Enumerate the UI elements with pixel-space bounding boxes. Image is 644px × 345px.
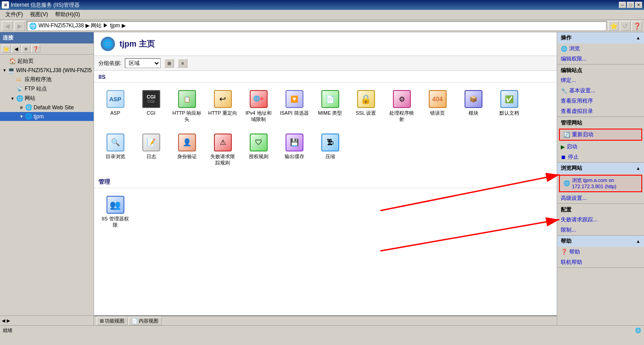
toolbar: ◀ ▶ 🌐 WIN-FNZI57KLJ38 ▶ 网站 ▶ tjpm ▶ ⭐ ↺ … <box>0 20 644 32</box>
favorites-button[interactable]: ⭐ <box>608 21 619 31</box>
action-basic-settings[interactable]: 🔧 基本设置... <box>557 86 644 96</box>
icon-iismgr[interactable]: 👥 IIS 管理器权限 <box>98 193 132 232</box>
sidebar-tool-list[interactable]: ≡ <box>21 45 30 53</box>
action-help[interactable]: ❓ 帮助 <box>557 247 644 257</box>
tree-item-home[interactable]: 🏠 起始页 <box>0 56 94 66</box>
main-layout: 连接 ⭐ ◀ ≡ ❓ 🏠 起始页 ▼ 💻 WIN-FNZI57KLJ38 (WI… <box>0 32 644 325</box>
icon-auth[interactable]: 👤 身份验证 <box>170 130 204 169</box>
icon-asp[interactable]: ASP ASP <box>98 87 132 126</box>
action-start[interactable]: ▶ 启动 <box>557 142 644 152</box>
group-select[interactable]: 区域 类别 不分组 <box>125 58 161 68</box>
right-panel: 操作 ▲ 🌐 浏览 编辑权限... 编辑站点 绑定... 🔧 基本设置... 查… <box>557 32 644 325</box>
action-view-apps[interactable]: 查看应用程序 <box>557 96 644 106</box>
icon-label-authrule: 授权规则 <box>249 153 269 160</box>
icon-output[interactable]: 💾 输出缓存 <box>277 130 311 169</box>
icon-cgi[interactable]: CGI CGI CGI <box>134 87 168 126</box>
icon-failreq[interactable]: ⚠ 失败请求限踪规则 <box>206 130 239 169</box>
tree-item-server[interactable]: ▼ 💻 WIN-FNZI57KLJ38 (WIN-FNZI5 <box>0 66 94 75</box>
icon-log[interactable]: 📝 日志 <box>134 130 168 169</box>
tree-item-defaultsite[interactable]: ⊕ 🌐 Default Web Site <box>0 103 94 112</box>
actions-collapse[interactable]: ▲ <box>636 35 640 40</box>
sidebar-resize-handle[interactable]: ◀ ▶ <box>2 318 10 323</box>
icon-label-error: 错误页 <box>430 110 445 116</box>
view-icon-button[interactable]: ⊞ <box>164 59 174 68</box>
tree-item-sites[interactable]: ▼ 🌐 网站 <box>0 94 94 103</box>
icon-ipv4[interactable]: 🌐⊘ IPv4 地址和域限制 <box>242 87 275 126</box>
close-button[interactable]: ✕ <box>635 2 642 8</box>
browse-icon: 🌐 <box>561 46 567 52</box>
browse-collapse[interactable]: ▲ <box>636 166 640 171</box>
online-help-label: 联机帮助 <box>561 259 582 266</box>
forward-button[interactable]: ▶ <box>14 21 25 31</box>
config-label: 配置 <box>557 204 644 215</box>
menu-view[interactable]: 视图(V) <box>26 10 51 19</box>
func-view-button[interactable]: ⊞ 功能视图 <box>97 317 128 325</box>
manage-section-title: 管理 <box>94 175 557 188</box>
http-redir-icon: ↩ <box>214 90 232 108</box>
cgi-icon: CGI CGI <box>142 90 160 108</box>
tree-label-defaultsite: Default Web Site <box>34 104 74 111</box>
icon-label-ssl: SSL 设置 <box>356 110 376 116</box>
icon-isapi[interactable]: 🔽 ISAPI 筛选器 <box>277 87 311 126</box>
icon-module[interactable]: 📦 模块 <box>456 87 490 126</box>
action-failreq-trace[interactable]: 失败请求跟踪... <box>557 215 644 225</box>
action-browse[interactable]: 🌐 浏览 <box>557 43 644 54</box>
content-view-button[interactable]: 📄 内容视图 <box>128 317 162 325</box>
action-online-help[interactable]: 联机帮助 <box>557 257 644 267</box>
help-button[interactable]: ❓ <box>631 21 642 31</box>
back-button[interactable]: ◀ <box>2 21 13 31</box>
menu-bar: 文件(F) 视图(V) 帮助(H)(0) <box>0 10 644 20</box>
sidebar-tool-help[interactable]: ❓ <box>31 45 40 53</box>
refresh-button[interactable]: ↺ <box>620 21 631 31</box>
title-bar-controls: ─ □ ✕ <box>619 2 642 8</box>
help-header-label: 帮助 <box>561 237 571 245</box>
action-restart[interactable]: 🔄 重新启动 <box>559 129 642 141</box>
group-label: 分组依据: <box>98 60 121 67</box>
help-collapse[interactable]: ▲ <box>636 239 640 244</box>
icon-label-handler: 处理程序映射 <box>387 110 416 123</box>
icon-label-isapi: ISAPI 筛选器 <box>280 110 308 116</box>
action-browse-url[interactable]: 🌐 浏览 tjpm.a.com on172.172.3.801 (http) <box>559 175 642 192</box>
expand-home <box>2 59 9 64</box>
icon-authrule[interactable]: 🛡 授权规则 <box>242 130 275 169</box>
tjpm-icon: 🌐 <box>25 113 32 120</box>
sidebar-header: 连接 <box>0 32 94 43</box>
mime-icon: 📄 <box>321 90 339 108</box>
internet-zone-icon: 🌐 <box>635 328 641 333</box>
view-list-button[interactable]: ≡ <box>178 59 188 68</box>
icon-ssl[interactable]: 🔒 SSL 设置 <box>349 87 383 126</box>
tree-label-ftp: FTP 站点 <box>25 85 47 93</box>
sidebar-tool-back[interactable]: ◀ <box>12 45 21 53</box>
icon-http-redir[interactable]: ↩ HTTP 重定向 <box>206 87 239 126</box>
maximize-button[interactable]: □ <box>627 2 634 8</box>
tree-item-apppool[interactable]: 🗂 应用程序池 <box>0 75 94 84</box>
icon-compress[interactable]: 🗜 压缩 <box>313 130 347 169</box>
icon-dirbrowse[interactable]: 🔍 目录浏览 <box>98 130 132 169</box>
minimize-button[interactable]: ─ <box>619 2 626 8</box>
right-section-editsite: 编辑站点 绑定... 🔧 基本设置... 查看应用程序 查看虚拟目录 <box>557 65 644 117</box>
tree-item-tjpm[interactable]: ▼ 🌐 tjpm <box>0 112 94 121</box>
icon-grid-iis2: 🔍 目录浏览 📝 日志 👤 身份验证 ⚠ 失败请求限踪规则 🛡 授权 <box>94 130 557 174</box>
icon-defaultdoc[interactable]: ✅ 默认文档 <box>492 87 526 126</box>
menu-file[interactable]: 文件(F) <box>2 10 26 19</box>
sidebar-tool-star[interactable]: ⭐ <box>2 45 11 53</box>
action-advanced-settings[interactable]: 高级设置... <box>557 193 644 203</box>
icon-handler[interactable]: ⚙ 处理程序映射 <box>385 87 418 126</box>
action-bind[interactable]: 绑定... <box>557 75 644 86</box>
title-bar: 🖥 Internet 信息服务 (IIS)管理器 ─ □ ✕ <box>0 0 644 10</box>
action-limits[interactable]: 限制... <box>557 225 644 235</box>
icon-mime[interactable]: 📄 MIME 类型 <box>313 87 347 126</box>
right-section-help: 帮助 ▲ ❓ 帮助 联机帮助 <box>557 236 644 268</box>
apppool-icon: 🗂 <box>16 76 23 83</box>
menu-help[interactable]: 帮助(H)(0) <box>51 10 83 19</box>
ipv4-icon: 🌐⊘ <box>250 90 268 108</box>
icon-http-resp[interactable]: 📋 HTTP 响应标头 <box>170 87 204 126</box>
tree-item-ftp[interactable]: 📡 FTP 站点 <box>0 84 94 94</box>
action-stop[interactable]: ⏹ 停止 <box>557 152 644 162</box>
defaultdoc-icon: ✅ <box>500 90 518 108</box>
app-icon: 🖥 <box>2 1 9 9</box>
icon-label-defaultdoc: 默认文档 <box>499 110 519 116</box>
action-view-vdirs[interactable]: 查看虚拟目录 <box>557 106 644 116</box>
icon-error[interactable]: 404 错误页 <box>421 87 454 126</box>
action-edit-perms[interactable]: 编辑权限... <box>557 54 644 64</box>
